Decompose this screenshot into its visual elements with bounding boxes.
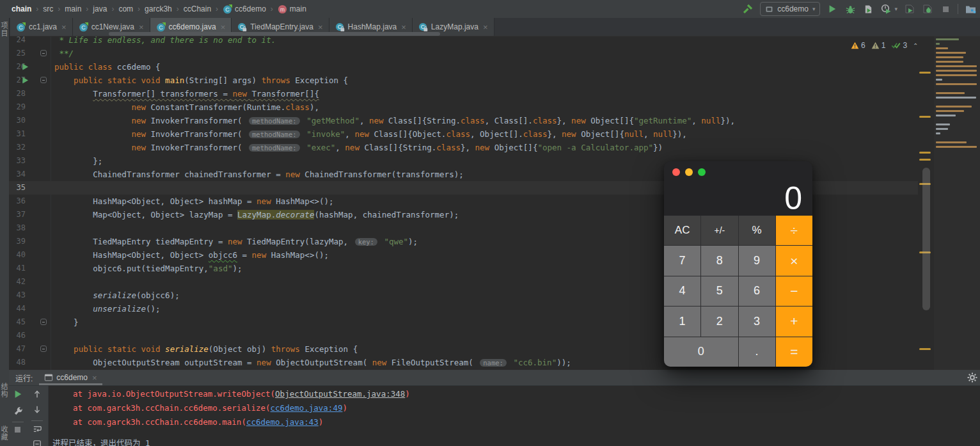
line-number[interactable]: 33 (9, 154, 26, 168)
debug-button[interactable] (844, 3, 856, 15)
close-icon[interactable]: × (92, 373, 97, 383)
calc-key-AC[interactable]: AC (664, 216, 700, 245)
line-number[interactable]: 44 (9, 302, 26, 315)
stop-button[interactable] (940, 3, 951, 15)
line-number[interactable]: 34 (9, 168, 26, 181)
close-icon[interactable]: × (483, 22, 488, 32)
stack-trace-link[interactable]: cc6demo.java:43 (246, 417, 319, 427)
line-number[interactable]: 48 (9, 356, 26, 369)
calc-key-−[interactable]: − (776, 276, 812, 306)
line-number[interactable]: 41 (9, 262, 26, 275)
fold-marker-icon[interactable] (40, 319, 47, 325)
warning-stripe-mark[interactable] (919, 72, 931, 74)
down-stack-trace-button[interactable] (33, 405, 43, 415)
close-window-button[interactable] (672, 168, 680, 176)
calc-key-.[interactable]: . (739, 337, 775, 367)
run-coverage-button[interactable] (862, 3, 874, 15)
calc-key-1[interactable]: 1 (664, 307, 700, 336)
line-number[interactable]: 45 (9, 315, 26, 329)
up-stack-trace-button[interactable] (33, 390, 43, 400)
calc-key-5[interactable]: 5 (701, 276, 738, 306)
breadcrumb-item-cc6demo[interactable]: Ccc6demo (221, 4, 267, 14)
breadcrumb-item-ccChain[interactable]: ccChain (182, 4, 212, 13)
scrollbar-thumb[interactable] (922, 168, 930, 310)
close-icon[interactable]: × (221, 22, 226, 32)
code-line-29[interactable]: 29 new ConstantTransformer(Runtime.class… (9, 100, 918, 114)
close-icon[interactable]: × (318, 22, 323, 32)
line-number[interactable]: 39 (9, 235, 26, 248)
line-number[interactable]: 35 (9, 181, 26, 195)
code-minimap[interactable] (934, 36, 980, 370)
run-line-icon[interactable] (22, 63, 29, 70)
tab-cc1.java[interactable]: Ccc1.java× (10, 18, 73, 36)
warning-stripe-mark[interactable] (919, 152, 931, 154)
run-line-icon[interactable] (22, 77, 29, 84)
warning-stripe-mark[interactable] (919, 348, 931, 350)
breadcrumb-item-garck3h[interactable]: garck3h (143, 4, 173, 13)
line-number[interactable]: 38 (9, 221, 26, 235)
breadcrumb-item-java[interactable]: java (91, 4, 108, 13)
run-console-tab[interactable]: cc6demo × (39, 370, 102, 385)
warning-stripe-mark[interactable] (919, 116, 931, 118)
weak-warnings-indicator[interactable]: 1 (871, 41, 886, 50)
calc-key-×[interactable]: × (776, 246, 812, 275)
calc-key-6[interactable]: 6 (739, 276, 775, 306)
console-extra-button[interactable] (33, 440, 43, 446)
line-number[interactable]: 47 (9, 342, 26, 356)
profiler-button[interactable] (880, 3, 892, 15)
close-icon[interactable]: × (401, 22, 406, 32)
attach-debug-button[interactable] (922, 3, 933, 15)
stack-trace-link[interactable]: cc6demo.java:49 (271, 403, 343, 413)
fold-marker-icon[interactable] (40, 346, 47, 352)
attach-run-button[interactable] (904, 3, 915, 15)
run-config-select[interactable]: cc6demo ▾ (760, 2, 820, 16)
line-number[interactable]: 28 (9, 87, 26, 100)
code-line-28[interactable]: 28 Transformer[] transformers = new Tran… (9, 87, 918, 100)
fold-marker-icon[interactable] (40, 77, 47, 83)
line-number[interactable]: 40 (9, 248, 26, 262)
stripe-favorites-button[interactable]: 收藏夹 (0, 426, 9, 446)
line-number[interactable]: 25 (9, 47, 26, 60)
calc-key-4[interactable]: 4 (664, 276, 700, 306)
rerun-button[interactable] (13, 390, 24, 400)
soft-wrap-button[interactable] (33, 424, 43, 434)
calc-key-7[interactable]: 7 (664, 246, 700, 275)
breadcrumb-item-com[interactable]: com (117, 4, 134, 13)
breadcrumb-item-main[interactable]: main (63, 4, 83, 13)
line-number[interactable]: 43 (9, 289, 26, 302)
stripe-project-button[interactable]: 项目 (0, 22, 9, 37)
calculator-window[interactable]: 0 AC+/-%÷789×456−123+0.= (664, 161, 812, 367)
breadcrumb-item-chain[interactable]: chain (10, 4, 33, 13)
run-console-output[interactable]: at java.io.ObjectOutputStream.writeObjec… (49, 386, 980, 446)
fold-marker-icon[interactable] (40, 50, 47, 56)
profiler-arrow-icon[interactable]: ▾ (894, 6, 897, 12)
line-number[interactable]: 42 (9, 275, 26, 289)
breadcrumb-item-main[interactable]: mmain (276, 4, 308, 14)
line-number[interactable]: 37 (9, 208, 26, 221)
run-button[interactable] (826, 3, 838, 15)
stack-trace-link[interactable]: ObjectOutputStream.java:348 (275, 389, 405, 399)
code-line-24[interactable]: 24 * Life is endless, and there is no en… (9, 36, 918, 47)
inspections-ok-indicator[interactable]: 3 (891, 41, 907, 50)
warnings-indicator[interactable]: 6 (851, 41, 865, 50)
close-icon[interactable]: × (61, 22, 67, 32)
editor-scrollbar[interactable] (918, 36, 934, 370)
calc-key-2[interactable]: 2 (701, 307, 738, 336)
run-settings-wrench-icon[interactable] (13, 406, 24, 417)
project-structure-icon[interactable] (965, 3, 976, 15)
calc-key-8[interactable]: 8 (701, 246, 738, 275)
calc-key-+/-[interactable]: +/- (701, 216, 738, 245)
calc-key-+[interactable]: + (776, 307, 812, 336)
stripe-structure-button[interactable]: 结构 (0, 383, 9, 398)
line-number[interactable]: 46 (9, 329, 26, 342)
code-line-30[interactable]: 30 new InvokerTransformer( methodName: "… (9, 114, 918, 127)
line-number[interactable]: 31 (9, 127, 26, 141)
breadcrumb-item-src[interactable]: src (42, 4, 54, 13)
gear-icon[interactable] (967, 372, 977, 385)
line-number[interactable]: 32 (9, 141, 26, 154)
minimize-window-button[interactable] (685, 168, 693, 176)
warning-stripe-mark[interactable] (919, 159, 931, 161)
code-line-25[interactable]: 25 **/ (9, 47, 918, 60)
calc-key-3[interactable]: 3 (739, 307, 775, 336)
calc-key-÷[interactable]: ÷ (776, 216, 812, 245)
